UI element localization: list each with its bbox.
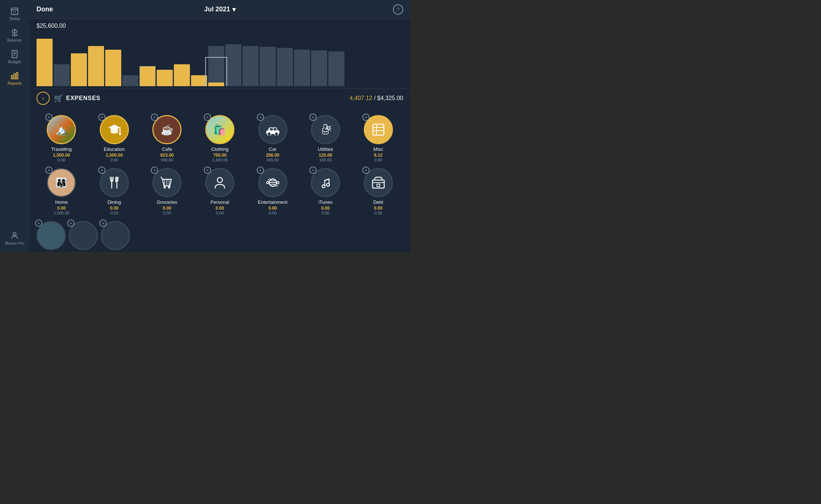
- svg-point-40: [168, 186, 170, 188]
- category-groceries[interactable]: ✕: [142, 168, 192, 215]
- cafe-spent: 823.00: [160, 153, 174, 158]
- category-misc[interactable]: ✕ Misc: [353, 115, 403, 162]
- education-name: Education: [104, 146, 125, 152]
- svg-rect-9: [14, 74, 15, 79]
- category-cafe[interactable]: ✕ ☕ Cafe 823.00 900.00: [142, 115, 192, 162]
- category-debt[interactable]: ✕ Debt 0.00 0.00: [353, 168, 403, 215]
- back-button[interactable]: ‹: [37, 92, 50, 105]
- bar-group-17[interactable]: [311, 50, 327, 86]
- month-title: Jul 2021: [204, 5, 230, 13]
- debt-budget: 0.00: [374, 211, 382, 215]
- bar-group-9[interactable]: [174, 64, 190, 86]
- category-row3-3[interactable]: ✕: [101, 221, 130, 252]
- close-misc[interactable]: ✕: [362, 114, 370, 121]
- close-row3-3[interactable]: ✕: [99, 219, 107, 227]
- close-itunes[interactable]: ✕: [309, 167, 317, 174]
- bar-group-4[interactable]: [88, 46, 104, 86]
- home-budget: 1,500.00: [54, 211, 69, 215]
- bar-group-7[interactable]: [140, 66, 156, 86]
- misc-budget: 0.00: [374, 158, 382, 162]
- close-car[interactable]: ✕: [257, 114, 264, 121]
- svg-point-21: [275, 132, 278, 135]
- close-clothing[interactable]: ✕: [204, 114, 211, 121]
- category-home[interactable]: ✕ 👨‍👩‍👧 Home 0.00 1,500.00: [37, 168, 87, 215]
- svg-point-11: [13, 233, 16, 236]
- category-travelling[interactable]: ✕ 🏔️ Travelling 1,500.00 0.00: [37, 115, 87, 162]
- svg-point-47: [322, 185, 325, 188]
- month-selector[interactable]: Jul 2021 ▾: [204, 5, 236, 14]
- sidebar-item-today[interactable]: 21 Today: [0, 4, 29, 24]
- bar-group-1[interactable]: [37, 39, 53, 86]
- close-dining[interactable]: ✕: [98, 167, 106, 174]
- bar-group-11[interactable]: [208, 46, 224, 86]
- category-utilities[interactable]: ✕: [301, 115, 351, 162]
- groceries-name: Groceries: [157, 199, 177, 205]
- category-entertainment[interactable]: ✕: [248, 168, 298, 215]
- bar-group-14[interactable]: [260, 47, 276, 86]
- close-row3-2[interactable]: ✕: [67, 219, 75, 227]
- category-clothing[interactable]: ✕ 🛍️ Clothing 700.00 1,400.00: [195, 115, 245, 162]
- sidebar-item-moneypro[interactable]: Money Pro: [0, 228, 29, 248]
- bar-group-16[interactable]: [294, 50, 310, 86]
- bar-group-13[interactable]: [243, 46, 259, 86]
- chart-amount: $25,600.00: [37, 23, 403, 29]
- category-education[interactable]: ✕ Education: [89, 115, 140, 162]
- svg-point-41: [217, 177, 222, 183]
- chart-bars: [37, 31, 403, 86]
- category-car[interactable]: ✕: [248, 115, 298, 162]
- personal-name: Personal: [210, 199, 229, 205]
- bar-group-2[interactable]: [54, 64, 70, 86]
- sidebar-item-balance[interactable]: Balance: [0, 25, 29, 45]
- sidebar-item-budget[interactable]: Budget: [0, 47, 29, 67]
- education-budget: 0.00: [110, 158, 118, 162]
- bar-group-6[interactable]: [122, 75, 138, 86]
- category-row3-1[interactable]: ✕: [37, 221, 66, 252]
- dining-name: Dining: [107, 199, 121, 205]
- expenses-separator: /: [374, 95, 377, 101]
- itunes-spent: 0.00: [321, 206, 329, 211]
- back-icon: ‹: [42, 95, 44, 102]
- utilities-budget: 160.00: [319, 158, 332, 162]
- bar-group-8[interactable]: [157, 70, 173, 86]
- header: Done Jul 2021 ▾ ?: [29, 0, 410, 19]
- groceries-budget: 0.00: [163, 211, 171, 215]
- category-dining[interactable]: ✕ Dining 0.00 0.00: [89, 168, 140, 215]
- clothing-spent: 700.00: [213, 153, 227, 158]
- debt-name: Debt: [373, 199, 383, 205]
- expenses-row: ‹ 🛒 EXPENSES 4,407.12 / $4,325.00: [29, 88, 410, 108]
- groceries-spent: 0.00: [163, 206, 171, 211]
- close-education[interactable]: ✕: [98, 114, 106, 121]
- personal-spent: 0.00: [215, 206, 224, 211]
- close-entertainment[interactable]: ✕: [257, 167, 264, 174]
- category-itunes[interactable]: ✕ iTunes 0.00 0.00: [301, 168, 351, 215]
- main-content: Done Jul 2021 ▾ ? $25,600.00: [29, 0, 410, 252]
- category-personal[interactable]: ✕ Personal 0.00 0.00: [195, 168, 245, 215]
- itunes-name: iTunes: [318, 199, 333, 205]
- sidebar-reports-label: Reports: [8, 81, 22, 85]
- bar-group-18[interactable]: [328, 51, 344, 86]
- svg-point-44: [267, 182, 269, 184]
- category-row3-2[interactable]: ✕: [69, 221, 98, 252]
- close-personal[interactable]: ✕: [204, 167, 211, 174]
- dining-spent: 0.00: [110, 206, 118, 211]
- svg-rect-23: [274, 128, 276, 130]
- close-row3-1[interactable]: ✕: [35, 219, 42, 227]
- utilities-name: Utilities: [318, 146, 333, 152]
- sidebar-budget-label: Budget: [8, 60, 21, 64]
- sidebar-item-reports[interactable]: Reports: [0, 68, 29, 88]
- bar-group-15[interactable]: [277, 48, 293, 86]
- bar-group-5[interactable]: [105, 50, 121, 86]
- bar-group-12[interactable]: [225, 44, 241, 86]
- chart-area: $25,600.00: [29, 19, 410, 88]
- svg-point-45: [277, 182, 279, 184]
- home-name: Home: [55, 199, 68, 205]
- svg-line-46: [325, 179, 329, 180]
- svg-point-15: [119, 133, 121, 135]
- help-button[interactable]: ?: [393, 4, 403, 15]
- done-button[interactable]: Done: [37, 5, 53, 13]
- close-debt[interactable]: ✕: [362, 167, 370, 174]
- cart-icon: 🛒: [54, 94, 63, 103]
- bar-group-10[interactable]: [191, 75, 207, 86]
- misc-spent: 8.12: [374, 153, 382, 158]
- close-utilities[interactable]: ✕: [309, 114, 317, 121]
